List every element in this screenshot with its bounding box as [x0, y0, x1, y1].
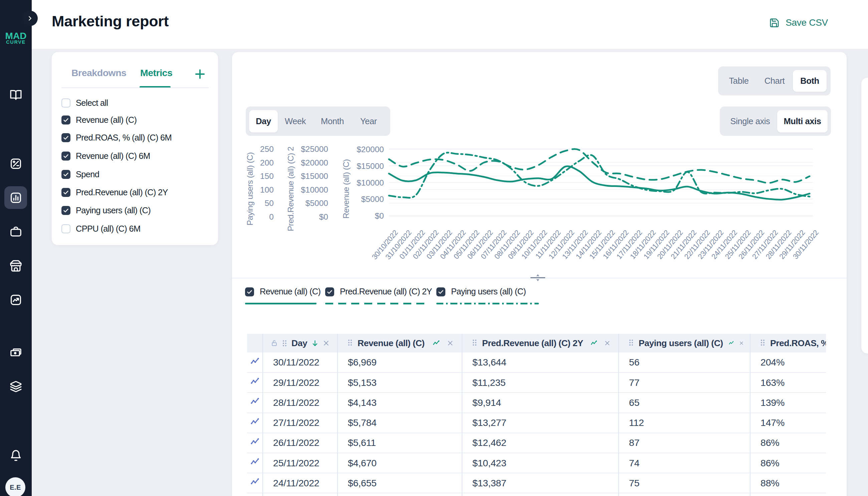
svg-text:Pred.Revenue (all) (C) 2: Pred.Revenue (all) (C) 2: [286, 146, 295, 231]
svg-text:Paying users (all) (C): Paying users (all) (C): [245, 152, 254, 225]
svg-text:$15000: $15000: [357, 161, 384, 171]
svg-text:$10000: $10000: [357, 178, 384, 187]
svg-text:200: 200: [260, 158, 274, 167]
svg-text:$0: $0: [375, 211, 384, 220]
svg-text:$20000: $20000: [301, 158, 328, 167]
svg-text:$0: $0: [319, 212, 328, 221]
svg-text:0: 0: [269, 212, 274, 221]
svg-text:50: 50: [265, 199, 274, 207]
svg-text:$10000: $10000: [301, 185, 328, 194]
svg-text:150: 150: [260, 172, 274, 181]
svg-text:100: 100: [260, 185, 274, 194]
svg-text:$20000: $20000: [357, 145, 384, 154]
svg-text:$5000: $5000: [306, 199, 328, 207]
svg-text:$5000: $5000: [361, 195, 384, 204]
svg-text:$25000: $25000: [301, 144, 328, 154]
svg-text:250: 250: [260, 144, 274, 154]
svg-text:$15000: $15000: [301, 172, 328, 181]
svg-text:Revenue (all) (C): Revenue (all) (C): [342, 159, 351, 219]
